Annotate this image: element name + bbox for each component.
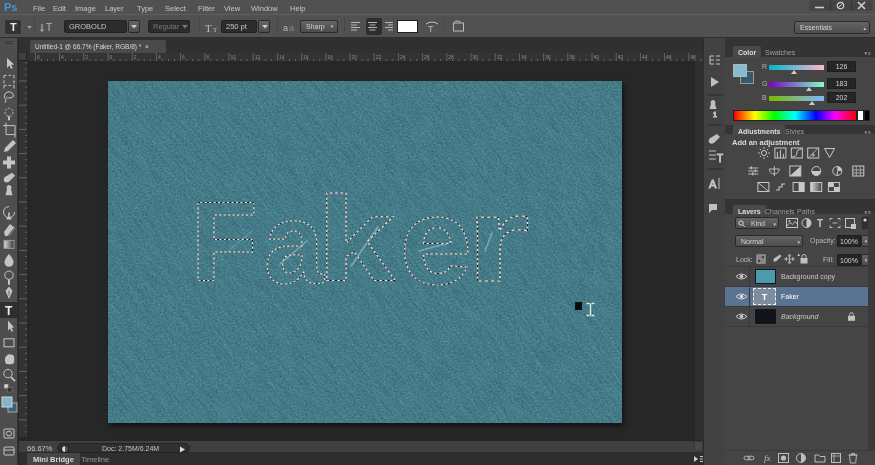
svg-text:46: 46 (666, 54, 672, 60)
svg-text:6: 6 (182, 54, 185, 60)
svg-text:A: A (709, 178, 717, 190)
svg-text:T: T (10, 21, 17, 33)
svg-text:6: 6 (37, 54, 40, 60)
svg-text:18: 18 (327, 54, 333, 60)
svg-text:22: 22 (376, 54, 382, 60)
svg-text:a: a (289, 23, 294, 33)
svg-text:48: 48 (690, 54, 696, 60)
svg-text:2: 2 (85, 54, 88, 60)
svg-text:24: 24 (400, 54, 406, 60)
svg-text:32: 32 (497, 54, 503, 60)
svg-text:a: a (264, 179, 325, 307)
svg-text:38: 38 (569, 54, 575, 60)
svg-text:r: r (466, 172, 530, 306)
svg-text:30: 30 (473, 54, 479, 60)
svg-text:34: 34 (521, 54, 527, 60)
svg-text:F: F (191, 179, 258, 305)
svg-text:14: 14 (279, 54, 285, 60)
svg-text:16: 16 (303, 54, 309, 60)
svg-text:0: 0 (110, 54, 113, 60)
svg-text:e: e (399, 172, 472, 310)
svg-text:a: a (283, 23, 288, 33)
svg-text:fx: fx (764, 453, 771, 463)
svg-text:k: k (317, 172, 395, 306)
svg-text:10: 10 (231, 54, 237, 60)
svg-text:12: 12 (255, 54, 261, 60)
svg-text:42: 42 (618, 54, 624, 60)
svg-text:36: 36 (545, 54, 551, 60)
svg-text:T: T (46, 22, 52, 33)
svg-text:4: 4 (158, 54, 161, 60)
svg-text:T: T (205, 22, 212, 34)
svg-text:44: 44 (642, 54, 648, 60)
svg-text:T: T (5, 304, 13, 318)
svg-text:20: 20 (352, 54, 358, 60)
svg-text:T: T (213, 26, 218, 34)
svg-text:40: 40 (594, 54, 600, 60)
svg-text:28: 28 (448, 54, 454, 60)
svg-text:4: 4 (61, 54, 64, 60)
svg-text:8: 8 (206, 54, 209, 60)
svg-text:2: 2 (134, 54, 137, 60)
svg-text:T: T (428, 24, 434, 34)
svg-text:T: T (717, 153, 723, 164)
svg-text:26: 26 (424, 54, 430, 60)
svg-text:T: T (817, 218, 823, 229)
svg-text:1: 1 (713, 111, 717, 118)
